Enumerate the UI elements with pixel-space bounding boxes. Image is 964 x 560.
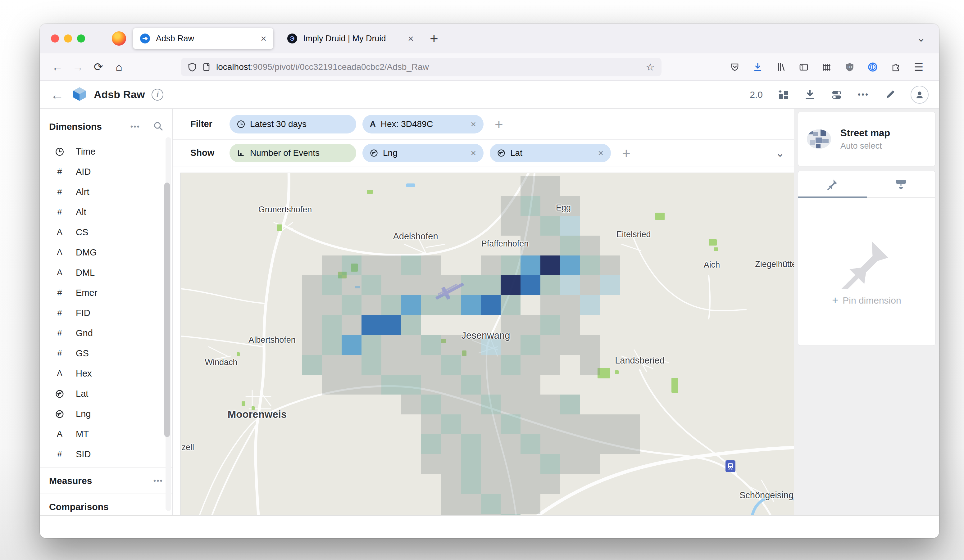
filter-pill[interactable]: Latest 30 days: [230, 115, 356, 133]
tab-title: Adsb Raw: [156, 34, 257, 44]
map-visualization[interactable]: GrunertshofenAdelshofenPfaffenhofenEggEi…: [181, 173, 794, 515]
extensions-puzzle-icon[interactable]: [889, 61, 902, 73]
heatmap-cell: [560, 315, 580, 335]
list-all-tabs-chevron-icon[interactable]: ⌄: [917, 32, 926, 44]
minimize-window-button[interactable]: [64, 34, 72, 42]
browser-tab[interactable]: ➔Adsb Raw×: [133, 28, 273, 49]
more-options-icon[interactable]: •••: [857, 88, 870, 101]
map-label: Albertshofen: [248, 335, 296, 345]
pill-close-icon[interactable]: ×: [593, 148, 603, 158]
sidebar-item-mt[interactable]: AMT: [40, 424, 173, 444]
add-visual-icon[interactable]: [777, 88, 790, 101]
sidebar-item-dmg[interactable]: ADMG: [40, 242, 173, 263]
heatmap-cell: [521, 494, 541, 514]
sidebar-item-gs[interactable]: #GS: [40, 343, 173, 364]
map-label: Adelshofen: [393, 231, 438, 242]
globe-icon: [54, 410, 65, 419]
sidebar-scrollbar[interactable]: [166, 137, 171, 511]
green-area: [277, 224, 282, 231]
pill-label: Latest 30 days: [250, 119, 306, 129]
sidebar-item-cs[interactable]: ACS: [40, 222, 173, 242]
tab-pinned-dimensions[interactable]: [798, 171, 867, 197]
heatmap-cell: [342, 315, 362, 335]
pill-close-icon[interactable]: ×: [466, 148, 476, 158]
tracking-shield-icon[interactable]: [187, 62, 197, 72]
containers-fence-icon[interactable]: [821, 61, 833, 73]
add-show-button[interactable]: +: [622, 144, 630, 161]
sidebar-item-alt[interactable]: #Alt: [40, 202, 173, 222]
sidebar-item-fid[interactable]: #FID: [40, 303, 173, 323]
downloads-icon[interactable]: [752, 61, 764, 73]
show-pill[interactable]: Lng×: [362, 144, 484, 162]
library-icon[interactable]: [775, 61, 787, 73]
heatmap-cell: [521, 355, 541, 375]
browser-toolbar: ← → ⟳ ⌂ localhost:9095/pivot/i/0cc32191c…: [40, 54, 939, 81]
pill-close-icon[interactable]: ×: [466, 119, 476, 130]
sidebar-item-hex[interactable]: AHex: [40, 364, 173, 384]
heatmap-cell: [541, 275, 560, 295]
tab-close-icon[interactable]: ×: [257, 33, 267, 44]
new-tab-button[interactable]: +: [430, 30, 438, 47]
sidebar-item-gnd[interactable]: #Gnd: [40, 323, 173, 343]
maximize-window-button[interactable]: [77, 34, 85, 42]
pin-dimension-button[interactable]: +Pin dimension: [798, 294, 935, 306]
measures-section[interactable]: Measures •••: [40, 467, 173, 493]
vis-selector-card[interactable]: Street map Auto select: [798, 112, 935, 166]
heatmap-cell: [481, 434, 501, 454]
sidebar-toggle-icon[interactable]: [798, 61, 810, 73]
pocket-icon[interactable]: [729, 61, 741, 73]
map-label: Windach: [205, 358, 237, 367]
show-row-chevron-icon[interactable]: ⌄: [776, 147, 785, 159]
heatmap-cell: [521, 315, 541, 335]
sidebar-item-time[interactable]: Time: [40, 141, 173, 162]
map-label: szell: [181, 443, 194, 452]
heatmap-cell: [461, 474, 481, 494]
vis-name: Street map: [840, 128, 890, 139]
onepassword-icon[interactable]: [866, 61, 879, 73]
reload-button[interactable]: ⟳: [88, 60, 109, 73]
heatmap-cell: [501, 216, 521, 235]
bookmark-star-icon[interactable]: ☆: [646, 61, 655, 73]
user-avatar[interactable]: [910, 86, 928, 104]
menu-hamburger-icon[interactable]: ☰: [912, 61, 925, 73]
heatmap-cell: [322, 255, 342, 275]
show-pill[interactable]: Number of Events: [230, 144, 356, 162]
url-bar[interactable]: localhost:9095/pivot/i/0cc32191ceada0cbc…: [181, 58, 661, 76]
app-back-arrow[interactable]: ←: [50, 87, 64, 102]
download-icon[interactable]: [804, 88, 816, 101]
tab-close-icon[interactable]: ×: [404, 33, 414, 44]
edit-pencil-icon[interactable]: [884, 88, 896, 101]
sidebar-item-sid[interactable]: #SID: [40, 444, 173, 464]
sidebar-item-aid[interactable]: #AID: [40, 162, 173, 182]
sidebar-scrollbar-thumb[interactable]: [164, 183, 170, 437]
add-filter-button[interactable]: +: [495, 116, 503, 133]
tab-pinboard[interactable]: [867, 171, 935, 197]
info-icon[interactable]: i: [151, 89, 163, 101]
heatmap-cell: [481, 295, 501, 315]
measures-title: Measures: [49, 476, 92, 486]
heatmap-cell: [401, 255, 421, 275]
dimensions-more-icon[interactable]: •••: [130, 122, 140, 131]
dimensions-search-icon[interactable]: [153, 121, 163, 132]
settings-toggles-icon[interactable]: [830, 88, 843, 101]
home-button[interactable]: ⌂: [109, 60, 129, 73]
map-label: Jesenwang: [461, 330, 510, 341]
back-button[interactable]: ←: [47, 60, 68, 73]
show-pill[interactable]: Lat×: [490, 144, 611, 162]
sidebar-item-lat[interactable]: Lat: [40, 384, 173, 404]
sidebar-item-alrt[interactable]: #Alrt: [40, 182, 173, 202]
sidebar-item-dml[interactable]: ADML: [40, 263, 173, 283]
ublock-origin-icon[interactable]: [843, 61, 856, 73]
heatmap-cell: [580, 335, 600, 355]
heatmap-cell: [541, 454, 560, 474]
sidebar-item-lng[interactable]: Lng: [40, 404, 173, 424]
close-window-button[interactable]: [51, 34, 59, 42]
sidebar-item-emer[interactable]: #Emer: [40, 283, 173, 303]
page-info-icon[interactable]: [202, 62, 211, 72]
heatmap-cell: [342, 335, 362, 355]
measures-more-icon[interactable]: •••: [153, 477, 163, 485]
browser-tab[interactable]: ЭImply Druid | My Druid×: [280, 28, 420, 49]
green-area: [714, 247, 718, 251]
heatmap-cell: [481, 394, 501, 414]
filter-pill[interactable]: AHex: 3D489C×: [362, 115, 484, 133]
